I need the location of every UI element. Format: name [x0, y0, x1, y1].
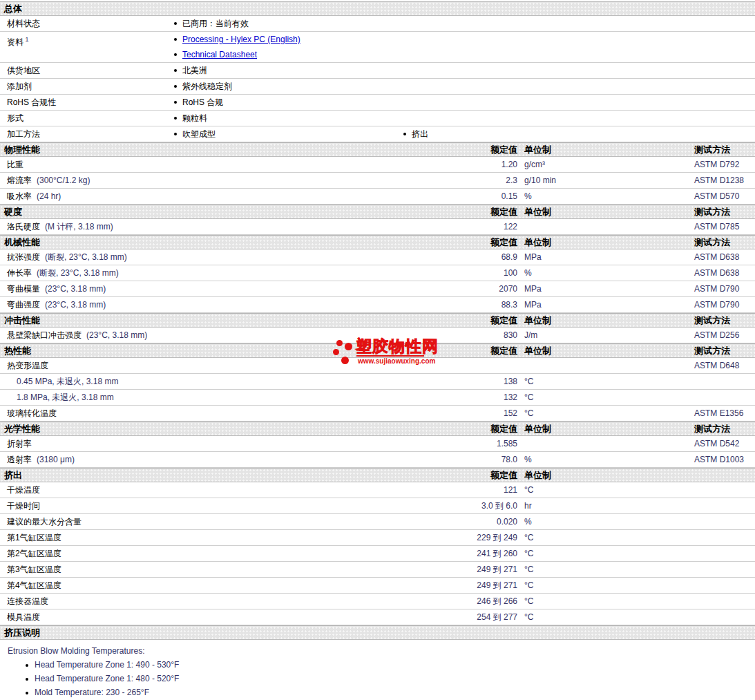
property-label: 熔流率(300°C/1.2 kg) [0, 173, 437, 188]
section-header: 总体 [0, 1, 755, 16]
test-method [694, 482, 755, 498]
notes-intro: Etrusion Blow Molding Temperatures: [0, 644, 755, 658]
property-value: 132 [437, 390, 520, 405]
test-method [694, 609, 755, 625]
column-header-value: 额定值 [437, 236, 520, 249]
general-row: RoHS 合规性RoHS 合规 [0, 95, 755, 111]
bullet-icon [174, 69, 177, 72]
property-row: 1.8 MPa, 未退火, 3.18 mm132°C [0, 390, 755, 406]
property-table: 总体材料状态已商用：当前有效资料 1Processing - Hylex PC … [0, 1, 755, 700]
property-row: 弯曲强度(23°C, 3.18 mm)88.3MPaASTM D790 [0, 297, 755, 313]
property-unit: MPa [520, 249, 694, 265]
bullet-item-text: 吹塑成型 [182, 129, 216, 139]
property-unit [520, 436, 694, 451]
bullet-item-text: 已商用：当前有效 [182, 19, 249, 28]
column-header-method: 测试方法 [694, 206, 755, 218]
property-label: 比重 [0, 157, 437, 172]
section-header: 热性能额定值单位制测试方法 [0, 343, 755, 358]
general-row: 资料 1Processing - Hylex PC (English)Techn… [0, 32, 755, 63]
property-value: 246 到 266 [437, 594, 520, 609]
property-value [437, 358, 520, 373]
column-header-unit: 单位制 [520, 206, 694, 218]
property-label: 第4气缸区温度 [0, 578, 437, 593]
property-label: 弯曲模量(23°C, 3.18 mm) [0, 281, 437, 296]
bullet-icon [174, 53, 177, 56]
section-header: 挤压说明 [0, 625, 755, 640]
property-row: 第1气缸区温度229 到 249°C [0, 530, 755, 546]
test-method: ASTM D256 [694, 328, 755, 343]
test-method [694, 530, 755, 545]
section-header: 挤出额定值单位制 [0, 468, 755, 482]
test-method: ASTM D1238 [694, 173, 755, 188]
general-row-values: 紫外线稳定剂 [174, 79, 755, 94]
property-unit [520, 358, 694, 373]
note-bullet-text: Head Temperature Zone 1: 490 - 530°F [35, 660, 179, 670]
property-value: 249 到 271 [437, 578, 520, 593]
property-condition: (23°C, 3.18 mm) [45, 300, 106, 310]
column-header-method: 测试方法 [694, 314, 755, 327]
datasheet-link[interactable]: Processing - Hylex PC (English) [182, 35, 300, 44]
general-row-values: 颗粒料 [174, 111, 755, 126]
general-row-values: 北美洲 [174, 63, 755, 78]
property-label: 连接器温度 [0, 594, 437, 609]
bullet-item: 颗粒料 [174, 111, 403, 126]
test-method [694, 498, 755, 513]
property-row: 吸水率(24 hr)0.15%ASTM D570 [0, 189, 755, 205]
bullet-item-text: 紫外线稳定剂 [182, 82, 232, 91]
property-unit: MPa [520, 297, 694, 312]
general-row-values: Processing - Hylex PC (English)Technical… [174, 32, 755, 62]
property-label: 折射率 [0, 436, 437, 451]
column-header-unit: 单位制 [520, 469, 694, 482]
bullet-icon [174, 101, 177, 104]
bullet-icon [403, 133, 406, 135]
property-row: 连接器温度246 到 266°C [0, 594, 755, 609]
property-label: 弯曲强度(23°C, 3.18 mm) [0, 297, 437, 312]
general-row-values: 吹塑成型挤出 [174, 126, 755, 142]
general-row: 材料状态已商用：当前有效 [0, 16, 755, 32]
general-row: 形式颗粒料 [0, 111, 755, 126]
general-row: 供货地区北美洲 [0, 63, 755, 79]
property-row: 建议的最大水分含量0.020% [0, 514, 755, 530]
property-row: 第2气缸区温度241 到 260°C [0, 546, 755, 562]
property-unit: °C [520, 546, 694, 561]
bullet-item: RoHS 合规 [174, 95, 403, 110]
property-unit: MPa [520, 281, 694, 296]
property-label: 伸长率(断裂, 23°C, 3.18 mm) [0, 265, 437, 281]
section-header: 光学性能额定值单位制测试方法 [0, 422, 755, 436]
bullet-item: 吹塑成型 [174, 126, 403, 142]
property-value: 2.3 [437, 173, 520, 188]
property-unit: °C [520, 530, 694, 545]
property-value: 138 [437, 374, 520, 389]
property-value: 122 [437, 219, 520, 234]
column-header-unit: 单位制 [520, 423, 694, 435]
note-bullet-text: Mold Temperature: 230 - 265°F [35, 688, 149, 697]
property-label: 热变形温度 [0, 358, 437, 373]
bullet-item: Technical Datasheet [174, 47, 403, 62]
property-row: 干燥时间3.0 到 6.0hr [0, 498, 755, 514]
column-header-value: 额定值 [437, 423, 520, 435]
section-title: 冲击性能 [0, 314, 437, 327]
property-value: 0.15 [437, 189, 520, 204]
property-row: 第3气缸区温度249 到 271°C [0, 562, 755, 578]
test-method: ASTM D1003 [694, 452, 755, 467]
section-title: 挤出 [0, 469, 437, 482]
property-condition: (300°C/1.2 kg) [37, 176, 90, 185]
property-label: 干燥时间 [0, 498, 437, 513]
property-value: 254 到 277 [437, 609, 520, 625]
property-label: 第3气缸区温度 [0, 562, 437, 577]
property-value: 78.0 [437, 452, 520, 467]
bullet-item: Processing - Hylex PC (English) [174, 32, 403, 47]
property-condition: (23°C, 3.18 mm) [86, 330, 147, 340]
column-header-method: 测试方法 [694, 423, 755, 435]
property-condition: (断裂, 23°C, 3.18 mm) [37, 268, 119, 278]
test-method [694, 546, 755, 561]
property-value: 100 [437, 265, 520, 281]
general-row-label: RoHS 合规性 [0, 95, 174, 110]
property-value: 3.0 到 6.0 [437, 498, 520, 513]
property-value: 229 到 249 [437, 530, 520, 545]
general-row: 加工方法吹塑成型挤出 [0, 126, 755, 142]
datasheet-link[interactable]: Technical Datasheet [182, 50, 257, 59]
property-value: 830 [437, 328, 520, 343]
test-method [694, 562, 755, 577]
column-header-unit: 单位制 [520, 236, 694, 249]
